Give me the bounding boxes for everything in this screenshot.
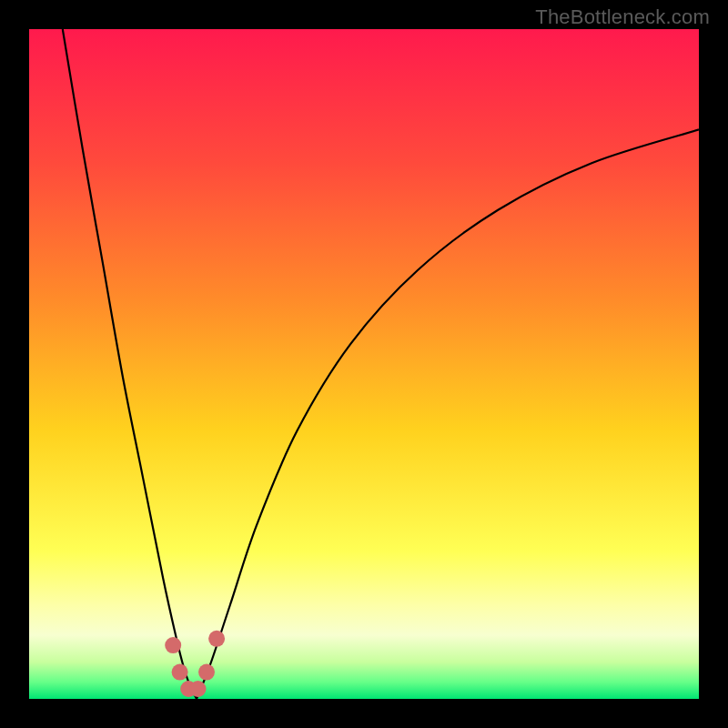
left-branch-curve: [63, 29, 197, 699]
curve-layer: [29, 29, 699, 699]
sweet-spot-bead: [198, 664, 215, 681]
sweet-spot-bead: [208, 631, 225, 647]
chart-frame: TheBottleneck.com: [0, 0, 728, 728]
sweet-spot-bead: [190, 681, 207, 697]
watermark-text: TheBottleneck.com: [535, 5, 710, 29]
sweet-spot-bead: [172, 664, 188, 681]
right-branch-curve: [197, 129, 699, 699]
plot-area: [29, 29, 699, 699]
sweet-spot-bead: [165, 637, 181, 653]
sweet-spot-beads: [165, 631, 225, 697]
